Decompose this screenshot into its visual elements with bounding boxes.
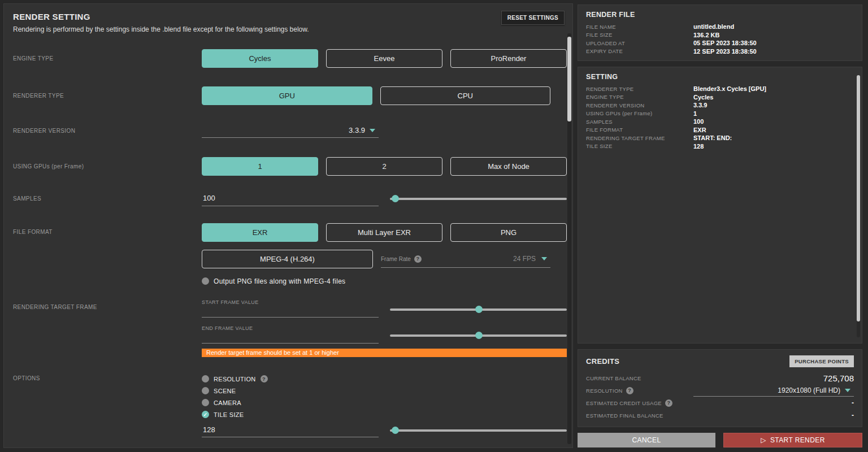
- start-render-button[interactable]: ▷ START RENDER: [723, 433, 862, 447]
- left-panel-scrollbar[interactable]: [567, 33, 571, 444]
- setting-renderer-version-label: RENDERER VERSION: [586, 102, 693, 108]
- resolution-row: RESOLUTION ? 1920x1080 (Full HD): [586, 384, 854, 397]
- target-frame-warning: Render target frame should be set at 1 o…: [202, 349, 567, 357]
- resolution-value: 1920x1080 (Full HD): [778, 386, 840, 394]
- renderer-cpu-button[interactable]: CPU: [380, 86, 551, 105]
- setting-tile-size-row: TILE SIZE 128: [586, 142, 854, 151]
- left-panel-scrollbar-thumb[interactable]: [567, 37, 571, 121]
- setting-card: SETTING RENDERER TYPE Blender3.x Cycles …: [578, 67, 862, 344]
- setting-renderer-type-label: RENDERER TYPE: [586, 86, 693, 92]
- renderer-version-row: RENDERER VERSION 3.3.9: [4, 123, 572, 138]
- setting-tile-size-value: 128: [693, 143, 704, 150]
- setting-gpus-value: 1: [693, 110, 697, 117]
- radio-unchecked-icon[interactable]: [202, 277, 209, 285]
- engine-prorender-button[interactable]: ProRender: [450, 49, 567, 68]
- option-scene[interactable]: SCENE: [202, 385, 567, 397]
- radio-unchecked-icon[interactable]: [202, 387, 209, 394]
- format-mpeg4-button[interactable]: MPEG-4 (H.264): [202, 250, 373, 268]
- gpus-1-button[interactable]: 1: [202, 157, 318, 176]
- radio-unchecked-icon[interactable]: [202, 375, 209, 383]
- samples-slider[interactable]: [390, 195, 567, 202]
- renderer-version-select[interactable]: 3.3.9: [202, 123, 379, 138]
- engine-cycles-button[interactable]: Cycles: [202, 49, 318, 68]
- format-multilayer-exr-button[interactable]: Multi Layer EXR: [326, 223, 442, 242]
- resolution-credits-help-icon[interactable]: ?: [626, 387, 633, 394]
- end-frame-input[interactable]: [202, 331, 379, 344]
- render-setting-panel: RENDER SETTING Rendering is performed by…: [3, 3, 573, 448]
- frame-rate-help-icon[interactable]: ?: [414, 255, 422, 263]
- gpus-row: USING GPUs (per Frame) 1 2 Max of Node: [4, 157, 572, 176]
- format-exr-button[interactable]: EXR: [202, 223, 318, 242]
- estimated-usage-value: -: [852, 399, 854, 407]
- setting-samples-label: SAMPLES: [586, 119, 693, 125]
- setting-samples-row: SAMPLES 100: [586, 118, 854, 126]
- target-frame-row: RENDERING TARGET FRAME START FRAME VALUE…: [4, 299, 572, 357]
- option-camera[interactable]: CAMERA: [202, 397, 567, 408]
- tile-size-slider-thumb[interactable]: [392, 427, 399, 434]
- option-resolution[interactable]: RESOLUTION ?: [202, 373, 567, 385]
- gpus-label: USING GPUs (per Frame): [13, 163, 202, 169]
- samples-slider-track[interactable]: [390, 198, 567, 200]
- current-balance-label: CURRENT BALANCE: [586, 375, 641, 381]
- uploaded-at-value: 05 SEP 2023 18:38:50: [693, 40, 757, 46]
- setting-scrollbar-thumb[interactable]: [857, 75, 860, 321]
- setting-title: SETTING: [586, 73, 854, 81]
- option-tile-size[interactable]: ✓ TILE SIZE: [202, 408, 567, 420]
- setting-renderer-version-value: 3.3.9: [693, 102, 707, 108]
- start-frame-label: START FRAME VALUE: [202, 299, 379, 305]
- png-along-checkbox[interactable]: Output PNG files along with MPEG-4 files: [202, 275, 567, 287]
- start-frame-input[interactable]: [202, 305, 379, 318]
- renderer-type-row: RENDERER TYPE GPU CPU: [4, 86, 572, 105]
- check-icon[interactable]: ✓: [202, 411, 209, 418]
- estimated-usage-help-icon[interactable]: ?: [665, 399, 672, 407]
- uploaded-at-row: UPLOADED AT 05 SEP 2023 18:38:50: [586, 39, 854, 47]
- setting-scrollbar[interactable]: [857, 75, 860, 337]
- gpus-max-button[interactable]: Max of Node: [450, 157, 567, 176]
- renderer-gpu-button[interactable]: GPU: [202, 86, 372, 105]
- end-frame-slider[interactable]: [390, 332, 567, 339]
- end-frame-slider-thumb[interactable]: [475, 332, 483, 339]
- renderer-version-label: RENDERER VERSION: [13, 128, 202, 134]
- tile-size-slider-track[interactable]: [390, 429, 567, 432]
- estimated-final-label: ESTIMATED FINAL BALANCE: [586, 412, 663, 419]
- start-frame-slider[interactable]: [390, 306, 567, 313]
- options-label: OPTIONS: [13, 373, 202, 381]
- samples-row: SAMPLES: [4, 190, 572, 206]
- reset-settings-button[interactable]: RESET SETTINGS: [501, 11, 565, 25]
- resolution-label-wrap: RESOLUTION ?: [586, 387, 633, 394]
- setting-file-format-value: EXR: [693, 127, 706, 133]
- render-file-card: RENDER FILE FILE NAME untitled.blend FIL…: [578, 5, 862, 61]
- setting-file-format-row: FILE FORMAT EXR: [586, 126, 854, 134]
- frame-rate-label: Frame Rate: [381, 256, 411, 262]
- target-frame-label: RENDERING TARGET FRAME: [13, 299, 202, 310]
- cancel-button[interactable]: CANCEL: [578, 433, 715, 447]
- setting-renderer-type-row: RENDERER TYPE Blender3.x Cycles [GPU]: [586, 85, 854, 93]
- renderer-type-label: RENDERER TYPE: [13, 93, 202, 99]
- purchase-points-button[interactable]: PURCHASE POINTS: [789, 355, 854, 367]
- samples-slider-thumb[interactable]: [392, 195, 399, 202]
- options-row: OPTIONS RESOLUTION ? SCENE CAMERA ✓ TILE…: [4, 373, 572, 437]
- resolution-help-icon[interactable]: ?: [261, 375, 268, 383]
- play-icon: ▷: [761, 436, 766, 444]
- frame-rate-select[interactable]: Frame Rate ? 24 FPS: [381, 251, 550, 268]
- tile-size-input[interactable]: [202, 423, 379, 437]
- expiry-date-value: 12 SEP 2023 18:38:50: [693, 48, 757, 55]
- start-frame-slider-thumb[interactable]: [475, 306, 483, 313]
- radio-unchecked-icon[interactable]: [202, 399, 209, 406]
- setting-engine-type-value: Cycles: [693, 94, 713, 101]
- file-name-row: FILE NAME untitled.blend: [586, 23, 854, 31]
- setting-renderer-version-row: RENDERER VERSION 3.3.9: [586, 101, 854, 110]
- tile-size-slider[interactable]: [390, 427, 567, 434]
- estimated-usage-row: ESTIMATED CREDIT USAGE ? -: [586, 397, 854, 409]
- engine-eevee-button[interactable]: Eevee: [326, 49, 442, 68]
- format-png-button[interactable]: PNG: [450, 223, 567, 242]
- resolution-label: RESOLUTION: [586, 388, 623, 394]
- end-frame-label: END FRAME VALUE: [202, 325, 379, 331]
- page-subtitle: Rendering is performed by the settings i…: [13, 25, 563, 33]
- samples-input[interactable]: [202, 190, 379, 206]
- gpus-2-button[interactable]: 2: [326, 157, 442, 176]
- estimated-final-value: -: [852, 411, 854, 419]
- estimated-final-row: ESTIMATED FINAL BALANCE -: [586, 409, 854, 421]
- resolution-select[interactable]: 1920x1080 (Full HD): [693, 384, 854, 397]
- credits-title: CREDITS: [586, 357, 619, 366]
